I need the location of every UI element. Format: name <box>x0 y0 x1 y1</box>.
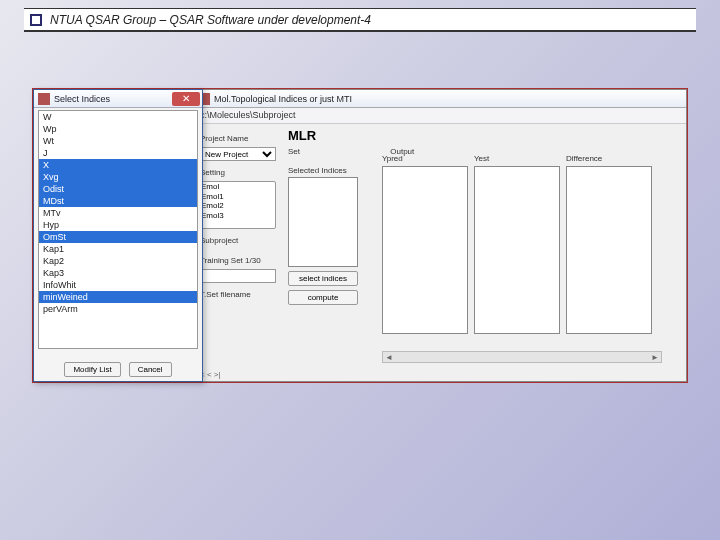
h-scrollbar[interactable]: ◄ ► <box>382 351 662 363</box>
main-body: Project Name New Project Setting Emol Em… <box>194 124 686 381</box>
index-item[interactable]: Xvg <box>39 171 197 183</box>
main-window-title: Mol.Topological Indices or just MTI <box>214 94 352 104</box>
index-item[interactable]: Odist <box>39 183 197 195</box>
index-item[interactable]: perVArm <box>39 303 197 315</box>
select-indices-button[interactable]: select indices <box>288 271 358 286</box>
index-item[interactable]: X <box>39 159 197 171</box>
slide-title: NTUA QSAR Group – QSAR Software under de… <box>50 13 371 27</box>
index-item[interactable]: MDst <box>39 195 197 207</box>
set-label: Set <box>288 147 388 156</box>
indices-listbox[interactable]: WWpWtJXXvgOdistMDstMTvHypOmStKap1Kap2Kap… <box>38 110 198 349</box>
col-yest[interactable] <box>474 166 560 334</box>
results-columns: Ypred Yest Difference <box>382 154 652 344</box>
training-set-box[interactable] <box>200 269 276 283</box>
test-set-label: T.Set filename <box>200 290 280 299</box>
main-app-window: Mol.Topological Indices or just MTI c:\M… <box>193 89 687 382</box>
index-item[interactable]: minWeined <box>39 291 197 303</box>
col-diff-label: Difference <box>566 154 652 166</box>
index-item[interactable]: MTv <box>39 207 197 219</box>
index-item[interactable]: Wt <box>39 135 197 147</box>
dialog-titlebar: Select Indices ✕ <box>34 90 202 108</box>
index-item[interactable]: Kap2 <box>39 255 197 267</box>
selected-indices-list[interactable] <box>288 177 358 267</box>
index-item[interactable]: Kap1 <box>39 243 197 255</box>
col-ypred[interactable] <box>382 166 468 334</box>
project-select[interactable]: New Project <box>200 147 276 161</box>
compute-button[interactable]: compute <box>288 290 358 305</box>
project-name-label: Project Name <box>200 134 280 143</box>
title-underline <box>24 30 696 32</box>
col-ypred-label: Ypred <box>382 154 468 166</box>
index-item[interactable]: Hyp <box>39 219 197 231</box>
bullet-icon <box>30 14 42 26</box>
dialog-title: Select Indices <box>54 94 110 104</box>
slide-title-bar: NTUA QSAR Group – QSAR Software under de… <box>24 8 696 30</box>
col-diff[interactable] <box>566 166 652 334</box>
index-item[interactable]: OmSt <box>39 231 197 243</box>
scroll-left-icon[interactable]: ◄ <box>383 353 395 362</box>
cancel-button[interactable]: Cancel <box>129 362 172 377</box>
main-titlebar: Mol.Topological Indices or just MTI <box>194 90 686 108</box>
modify-list-button[interactable]: Modify List <box>64 362 120 377</box>
index-item[interactable]: W <box>39 111 197 123</box>
index-item[interactable]: InfoWhit <box>39 279 197 291</box>
dialog-app-icon <box>38 93 50 105</box>
scroll-right-icon[interactable]: ► <box>649 353 661 362</box>
index-item[interactable]: J <box>39 147 197 159</box>
select-indices-dialog: Select Indices ✕ WWpWtJXXvgOdistMDstMTvH… <box>33 89 203 382</box>
setting-label: Setting <box>200 168 280 177</box>
close-icon[interactable]: ✕ <box>172 92 200 106</box>
subproject-label: Subproject <box>200 236 280 245</box>
mlr-heading: MLR <box>288 128 414 143</box>
index-item[interactable]: Wp <box>39 123 197 135</box>
index-item[interactable]: Kap3 <box>39 267 197 279</box>
screenshot-frame: Mol.Topological Indices or just MTI c:\M… <box>32 88 688 383</box>
training-set-label: Training Set 1/30 <box>200 256 280 265</box>
main-subtitle: c:\Molecules\Subproject <box>194 108 686 124</box>
col-yest-label: Yest <box>474 154 560 166</box>
setting-list[interactable]: Emol Emol1 Emol2 Emol3 <box>200 181 276 229</box>
project-panel: Project Name New Project Setting Emol Em… <box>200 130 280 306</box>
